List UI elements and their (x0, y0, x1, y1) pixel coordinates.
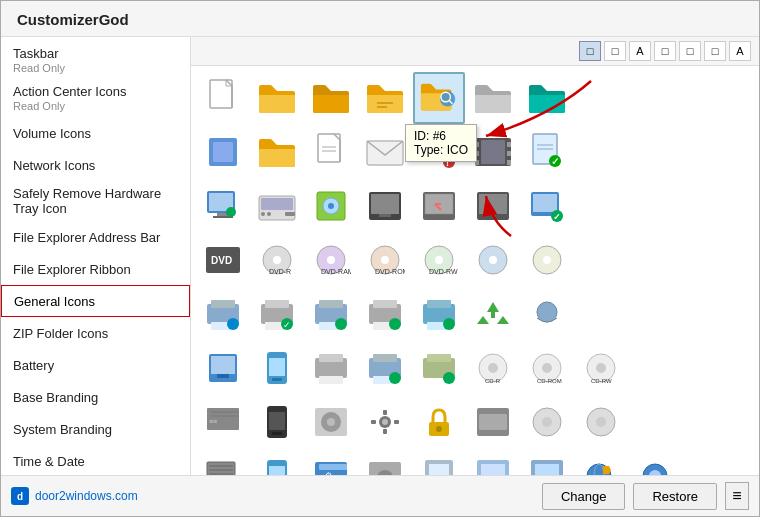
icon-cell[interactable]: ✓ (521, 180, 573, 232)
sidebar-item-action-center[interactable]: Action Center Icons Read Only (1, 79, 190, 117)
icon-cell[interactable] (251, 180, 303, 232)
icon-cell[interactable]: CD-RW (575, 342, 627, 394)
svg-point-142 (596, 417, 606, 427)
toolbar-btn-a[interactable]: A (629, 41, 651, 61)
icon-cell[interactable] (305, 72, 357, 124)
icon-cell[interactable]: ⚙ (305, 450, 357, 475)
icon-cell[interactable] (467, 234, 519, 286)
icon-cell[interactable] (251, 342, 303, 394)
svg-rect-95 (211, 356, 235, 374)
sidebar-item-safely-remove[interactable]: Safely Remove Hardware Tray Icon (1, 181, 190, 221)
svg-point-84 (335, 318, 347, 330)
icon-cell[interactable] (359, 450, 411, 475)
toolbar-btn-3[interactable]: □ (654, 41, 676, 61)
icon-cell[interactable] (305, 396, 357, 448)
icon-cell[interactable] (521, 450, 573, 475)
icon-cell-selected[interactable]: ID: #6 Type: ICO (413, 72, 465, 124)
icon-cell[interactable]: CD-R (467, 342, 519, 394)
svg-text:CD-RW: CD-RW (591, 378, 612, 384)
sidebar-item-zip-folder[interactable]: ZIP Folder Icons (1, 317, 190, 349)
icon-cell[interactable] (197, 342, 249, 394)
icon-cell[interactable] (251, 450, 303, 475)
icon-cell[interactable] (359, 180, 411, 232)
icon-cell[interactable] (467, 396, 519, 448)
icon-cell[interactable] (197, 180, 249, 232)
toolbar-btn-a2[interactable]: A (729, 41, 751, 61)
change-button[interactable]: Change (542, 483, 626, 510)
sidebar-item-system-branding[interactable]: System Branding (1, 413, 190, 445)
icon-cell[interactable] (413, 342, 465, 394)
icon-cell[interactable] (575, 450, 627, 475)
svg-text:DVD-R: DVD-R (269, 268, 291, 275)
icon-cell[interactable] (305, 342, 357, 394)
icon-cell[interactable] (467, 180, 519, 232)
icon-cell[interactable]: DVD-R (251, 234, 303, 286)
icon-cell[interactable]: DVD-ROM (359, 234, 411, 286)
icon-cell[interactable] (521, 396, 573, 448)
icon-cell[interactable] (521, 288, 573, 340)
icons-row-4: DVD DVD-R DVD-RAM DVD-ROM DVD-RW (197, 234, 753, 286)
icon-cell[interactable]: 🌐 (629, 450, 681, 475)
icon-cell[interactable]: DVD (197, 234, 249, 286)
sidebar-item-volume[interactable]: Volume Icons (1, 117, 190, 149)
icon-cell[interactable] (197, 126, 249, 178)
icon-cell[interactable]: DVD-RW (413, 234, 465, 286)
icon-cell[interactable] (575, 396, 627, 448)
svg-text:✓: ✓ (553, 212, 561, 222)
icon-cell[interactable] (251, 126, 303, 178)
toolbar-btn-5[interactable]: □ (704, 41, 726, 61)
icon-cell[interactable] (413, 396, 465, 448)
icon-cell[interactable] (413, 288, 465, 340)
icon-cell[interactable]: DVD-RAM (305, 234, 357, 286)
icon-cell[interactable] (521, 72, 573, 124)
icon-cell[interactable] (413, 450, 465, 475)
icon-cell[interactable] (359, 72, 411, 124)
sidebar-item-battery[interactable]: Battery (1, 349, 190, 381)
icon-cell[interactable] (305, 288, 357, 340)
icon-cell[interactable] (251, 72, 303, 124)
icon-cell[interactable] (197, 450, 249, 475)
sidebar-item-base-branding[interactable]: Base Branding (1, 381, 190, 413)
icon-cell[interactable] (359, 288, 411, 340)
toolbar-btn-2[interactable]: □ (604, 41, 626, 61)
icon-cell[interactable] (359, 126, 411, 178)
icon-cell[interactable] (467, 450, 519, 475)
icon-cell[interactable] (305, 180, 357, 232)
svg-rect-163 (535, 464, 559, 475)
svg-rect-22 (481, 140, 505, 164)
icon-cell[interactable] (197, 288, 249, 340)
icon-cell[interactable] (305, 126, 357, 178)
icon-cell[interactable] (359, 396, 411, 448)
svg-rect-73 (211, 300, 235, 308)
sidebar-item-taskbar[interactable]: Taskbar Read Only (1, 41, 190, 79)
icon-cell[interactable] (467, 288, 519, 340)
svg-text:DVD-RW: DVD-RW (429, 268, 458, 275)
sidebar-item-file-explorer-ribbon[interactable]: File Explorer Ribbon (1, 253, 190, 285)
sidebar-item-file-explorer-address[interactable]: File Explorer Address Bar (1, 221, 190, 253)
sidebar-item-time-date[interactable]: Time & Date (1, 445, 190, 475)
icon-cell[interactable]: CD-ROM (521, 342, 573, 394)
menu-button[interactable]: ≡ (725, 482, 749, 510)
svg-rect-134 (394, 420, 399, 424)
icon-cell[interactable] (521, 234, 573, 286)
toolbar-btn-1[interactable]: □ (579, 41, 601, 61)
icon-cell[interactable] (251, 396, 303, 448)
sidebar-item-network[interactable]: Network Icons (1, 149, 190, 181)
icon-cell[interactable] (359, 342, 411, 394)
svg-rect-151 (319, 464, 347, 470)
restore-button[interactable]: Restore (633, 483, 717, 510)
icon-cell[interactable] (467, 72, 519, 124)
icon-cell[interactable]: ✓ (521, 126, 573, 178)
svg-rect-108 (427, 354, 451, 362)
icon-cell[interactable]: ✓ (251, 288, 303, 340)
sidebar-item-general-icons[interactable]: General Icons (1, 285, 190, 317)
svg-rect-98 (269, 358, 285, 376)
sidebar-item-label: File Explorer Address Bar (13, 230, 178, 245)
icon-cell[interactable] (413, 180, 465, 232)
icon-cell[interactable]: ≡≡ (197, 396, 249, 448)
svg-text:DVD-RAM: DVD-RAM (321, 268, 351, 275)
toolbar-btn-4[interactable]: □ (679, 41, 701, 61)
icon-cell[interactable] (197, 72, 249, 124)
svg-point-117 (596, 363, 606, 373)
svg-rect-101 (319, 354, 343, 362)
